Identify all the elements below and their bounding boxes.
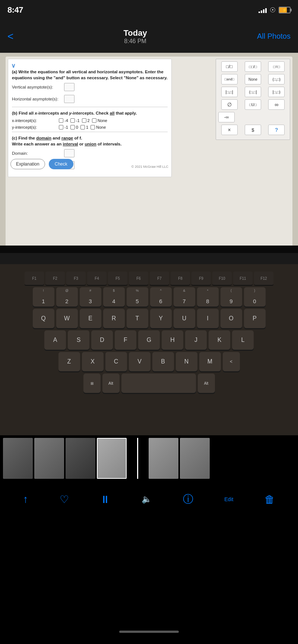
none-btn[interactable]: None [245, 74, 261, 84]
key-s[interactable]: S [68, 330, 89, 350]
domain-input[interactable] [64, 149, 74, 157]
y-option-none[interactable]: None [91, 125, 106, 129]
fn-key-f11[interactable]: F11 [233, 272, 253, 285]
key-x[interactable]: X [82, 352, 104, 371]
key-i[interactable]: I [197, 309, 219, 328]
and-btn[interactable]: □and□ [221, 74, 238, 84]
pause-button[interactable]: ⏸ [100, 493, 110, 506]
key-z[interactable]: Z [58, 352, 80, 371]
chevron-down-icon[interactable]: ∨ [11, 62, 16, 69]
key-m[interactable]: M [199, 352, 221, 371]
fn-key-f4[interactable]: F4 [87, 272, 107, 285]
key-b[interactable]: B [152, 352, 174, 371]
key-h[interactable]: H [162, 330, 183, 350]
key-a[interactable]: A [44, 330, 66, 350]
y-option-1[interactable]: 1 [80, 125, 88, 129]
mute-button[interactable]: 🔈 [142, 494, 152, 504]
half-open-1-btn[interactable]: (□,□] [245, 87, 261, 97]
key-l[interactable]: L [232, 330, 254, 350]
key-p[interactable]: P [244, 309, 266, 328]
x-option-neg1[interactable]: -1 [70, 118, 80, 123]
dollar-btn[interactable]: $ [245, 125, 261, 135]
key-4[interactable]: $ 4 [103, 287, 125, 307]
key-q[interactable]: Q [33, 309, 54, 328]
key-7[interactable]: & 7 [174, 287, 195, 307]
fn-key-f1[interactable]: F1 [25, 272, 44, 285]
all-photos-link[interactable]: All Photos [257, 32, 291, 41]
key-alt-left[interactable]: Alt [102, 374, 120, 393]
y-option-0[interactable]: 0 [70, 125, 78, 129]
film-thumb-2[interactable] [34, 438, 64, 479]
fn-key-f9[interactable]: F9 [191, 272, 211, 285]
key-3[interactable]: # 3 [80, 287, 101, 307]
neg-infinity-btn[interactable]: -∞ [218, 112, 235, 122]
key-1[interactable]: ! 1 [33, 287, 54, 307]
key-n[interactable]: N [176, 352, 197, 371]
key-u[interactable]: U [174, 309, 195, 328]
film-thumb-6[interactable] [180, 438, 210, 479]
equals-btn[interactable]: □=□ [268, 61, 285, 72]
x-option-neg4[interactable]: -4 [59, 118, 68, 123]
key-less-than[interactable]: < [223, 352, 240, 371]
key-o[interactable]: O [221, 309, 242, 328]
fn-key-f10[interactable]: F10 [212, 272, 232, 285]
closed-interval-btn[interactable]: [□,□] [221, 87, 238, 97]
key-j[interactable]: J [185, 330, 207, 350]
key-5[interactable]: % 5 [127, 287, 148, 307]
key-f[interactable]: F [115, 330, 136, 350]
mute-icon: 🔈 [142, 494, 152, 504]
infinity-btn[interactable]: ∞ [268, 99, 285, 110]
key-windows[interactable]: ⊞ [83, 374, 101, 393]
fn-key-f5[interactable]: F5 [108, 272, 127, 285]
half-open-2-btn[interactable]: [□,□) [268, 87, 285, 97]
key-v[interactable]: V [129, 352, 150, 371]
film-thumb-4-active[interactable] [97, 438, 127, 479]
key-w[interactable]: W [56, 309, 78, 328]
fraction-btn[interactable]: □/□ [221, 61, 238, 72]
favorite-button[interactable]: ♡ [60, 493, 69, 506]
key-0[interactable]: ) 0 [244, 287, 266, 307]
key-2[interactable]: @ 2 [56, 287, 78, 307]
edit-button[interactable]: Edit [224, 496, 233, 502]
explanation-button[interactable]: Explanation [10, 159, 45, 169]
horizontal-asymptote-row: Horizontal asymptote(s): [12, 95, 168, 103]
key-9[interactable]: ( 9 [221, 287, 242, 307]
fn-key-f6[interactable]: F6 [129, 272, 148, 285]
key-e[interactable]: E [80, 309, 101, 328]
film-thumb-3[interactable] [66, 438, 95, 479]
film-thumb-1[interactable] [3, 438, 33, 479]
fn-key-f8[interactable]: F8 [171, 272, 190, 285]
fn-key-f7[interactable]: F7 [150, 272, 169, 285]
key-y[interactable]: Y [150, 309, 172, 328]
fn-key-f2[interactable]: F2 [45, 272, 65, 285]
mixed-fraction-btn[interactable]: □□/□ [245, 61, 261, 72]
help-btn[interactable]: ? [268, 125, 285, 135]
union-btn[interactable]: □U□ [245, 99, 261, 110]
open-interval-btn[interactable]: (□,□) [268, 74, 285, 84]
key-8[interactable]: * 8 [197, 287, 219, 307]
x-option-none[interactable]: None [92, 118, 107, 123]
back-button[interactable]: < [7, 31, 13, 42]
key-t[interactable]: T [127, 309, 148, 328]
key-r[interactable]: R [103, 309, 125, 328]
horizontal-asymptote-input[interactable] [64, 95, 74, 103]
key-space[interactable] [121, 374, 196, 393]
key-alt-right[interactable]: Alt [198, 374, 215, 393]
y-option-neg1[interactable]: -1 [59, 125, 68, 129]
vertical-asymptote-input[interactable] [64, 83, 74, 91]
fn-key-f12[interactable]: F12 [254, 272, 273, 285]
key-g[interactable]: G [138, 330, 160, 350]
delete-button[interactable]: 🗑 [264, 493, 275, 506]
x-option-2[interactable]: 2 [82, 118, 90, 123]
key-d[interactable]: D [91, 330, 113, 350]
multiply-btn[interactable]: × [221, 125, 238, 135]
share-button[interactable]: ↑ [23, 493, 28, 505]
key-c[interactable]: C [105, 352, 127, 371]
key-6[interactable]: ^ 6 [150, 287, 172, 307]
key-k[interactable]: K [209, 330, 230, 350]
check-button[interactable]: Check [49, 159, 73, 169]
info-button[interactable]: ⓘ [183, 492, 193, 506]
empty-set-btn[interactable]: ∅ [221, 99, 238, 110]
film-thumb-5[interactable] [149, 438, 178, 479]
fn-key-f3[interactable]: F3 [66, 272, 86, 285]
